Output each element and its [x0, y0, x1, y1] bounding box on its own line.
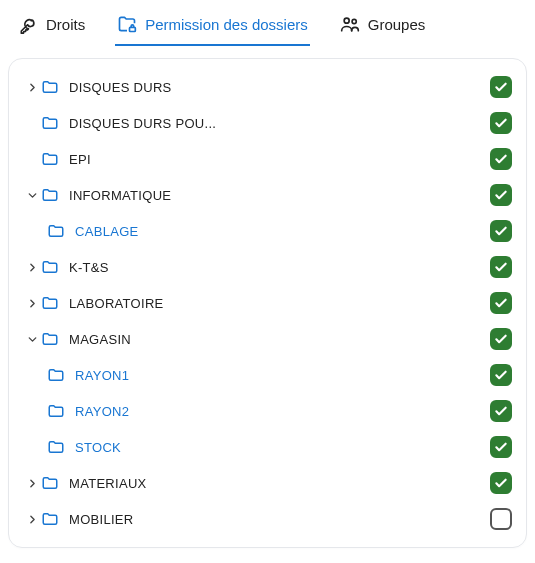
- tree-item[interactable]: CABLAGE: [47, 222, 484, 240]
- tree-item[interactable]: STOCK: [47, 438, 484, 456]
- tree-row: MAGASIN: [21, 321, 514, 357]
- folder-lock-icon: [117, 14, 137, 34]
- tree-item-label: DISQUES DURS POU...: [69, 116, 216, 131]
- permission-checkbox[interactable]: [490, 436, 512, 458]
- permission-checkbox[interactable]: [490, 256, 512, 278]
- tree-item-label: EPI: [69, 152, 91, 167]
- folder-permission-panel: DISQUES DURSDISQUES DURS POU...EPIINFORM…: [8, 58, 527, 548]
- folder-icon: [47, 438, 65, 456]
- tree-row: MOBILIER: [21, 501, 514, 537]
- tree-row: STOCK: [21, 429, 514, 465]
- permission-checkbox[interactable]: [490, 184, 512, 206]
- permission-checkbox[interactable]: [490, 292, 512, 314]
- tree-row: EPI: [21, 141, 514, 177]
- tree-item[interactable]: MATERIAUX: [41, 474, 484, 492]
- tabs: DroitsPermission des dossiersGroupes: [8, 8, 527, 46]
- tree-row: RAYON2: [21, 393, 514, 429]
- permission-checkbox[interactable]: [490, 472, 512, 494]
- tab-groups[interactable]: Groupes: [338, 8, 428, 46]
- tree-item[interactable]: LABORATOIRE: [41, 294, 484, 312]
- permission-checkbox[interactable]: [490, 364, 512, 386]
- tree-item-label: INFORMATIQUE: [69, 188, 171, 203]
- folder-icon: [41, 186, 59, 204]
- tab-label: Droits: [46, 16, 85, 33]
- tab-rights[interactable]: Droits: [16, 8, 87, 46]
- tree-item-label: MATERIAUX: [69, 476, 147, 491]
- tree-item-label: K-T&S: [69, 260, 109, 275]
- tree-row: DISQUES DURS POU...: [21, 105, 514, 141]
- folder-icon: [41, 474, 59, 492]
- permission-checkbox[interactable]: [490, 148, 512, 170]
- tree-row: CABLAGE: [21, 213, 514, 249]
- people-icon: [340, 14, 360, 34]
- permission-checkbox[interactable]: [490, 328, 512, 350]
- tree-item[interactable]: EPI: [41, 150, 484, 168]
- tree-row: K-T&S: [21, 249, 514, 285]
- tree-item[interactable]: DISQUES DURS POU...: [41, 114, 484, 132]
- tab-label: Groupes: [368, 16, 426, 33]
- folder-icon: [41, 150, 59, 168]
- folder-icon: [47, 222, 65, 240]
- tree-item-label: MOBILIER: [69, 512, 134, 527]
- tree-row: RAYON1: [21, 357, 514, 393]
- folder-icon: [41, 114, 59, 132]
- tree-item-label: RAYON1: [75, 368, 129, 383]
- folder-icon: [47, 366, 65, 384]
- tree-row: LABORATOIRE: [21, 285, 514, 321]
- tree-item-label: DISQUES DURS: [69, 80, 172, 95]
- folder-tree: DISQUES DURSDISQUES DURS POU...EPIINFORM…: [21, 69, 514, 537]
- permission-checkbox[interactable]: [490, 508, 512, 530]
- tree-item[interactable]: MAGASIN: [41, 330, 484, 348]
- tab-label: Permission des dossiers: [145, 16, 308, 33]
- tree-item-label: CABLAGE: [75, 224, 139, 239]
- permission-checkbox[interactable]: [490, 76, 512, 98]
- permission-checkbox[interactable]: [490, 112, 512, 134]
- chevron-right-icon[interactable]: [23, 81, 41, 94]
- tree-row: MATERIAUX: [21, 465, 514, 501]
- tree-item[interactable]: MOBILIER: [41, 510, 484, 528]
- tree-row: INFORMATIQUE: [21, 177, 514, 213]
- tree-item[interactable]: RAYON1: [47, 366, 484, 384]
- folder-icon: [41, 258, 59, 276]
- chevron-right-icon[interactable]: [23, 261, 41, 274]
- folder-icon: [41, 330, 59, 348]
- tree-item[interactable]: INFORMATIQUE: [41, 186, 484, 204]
- tree-item[interactable]: RAYON2: [47, 402, 484, 420]
- folder-icon: [41, 294, 59, 312]
- key-icon: [18, 14, 38, 34]
- chevron-down-icon[interactable]: [23, 333, 41, 346]
- tree-item[interactable]: K-T&S: [41, 258, 484, 276]
- folder-icon: [47, 402, 65, 420]
- folder-icon: [41, 510, 59, 528]
- tab-folders[interactable]: Permission des dossiers: [115, 8, 310, 46]
- tree-item-label: LABORATOIRE: [69, 296, 164, 311]
- folder-icon: [41, 78, 59, 96]
- chevron-right-icon[interactable]: [23, 477, 41, 490]
- tree-item-label: STOCK: [75, 440, 121, 455]
- chevron-right-icon[interactable]: [23, 297, 41, 310]
- tree-item-label: RAYON2: [75, 404, 129, 419]
- permission-checkbox[interactable]: [490, 220, 512, 242]
- tree-row: DISQUES DURS: [21, 69, 514, 105]
- tree-item[interactable]: DISQUES DURS: [41, 78, 484, 96]
- permission-checkbox[interactable]: [490, 400, 512, 422]
- chevron-down-icon[interactable]: [23, 189, 41, 202]
- chevron-right-icon[interactable]: [23, 513, 41, 526]
- tree-item-label: MAGASIN: [69, 332, 131, 347]
